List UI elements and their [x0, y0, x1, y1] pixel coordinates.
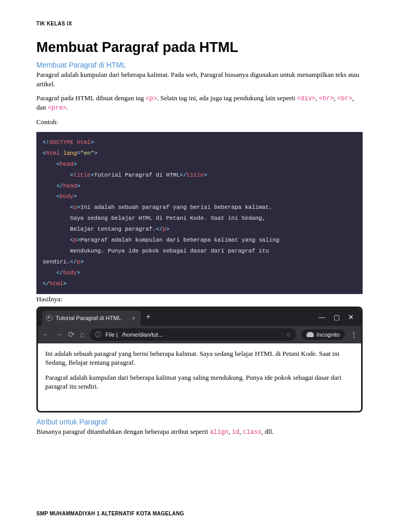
- browser-tab[interactable]: Tutorial Paragraf di HTML ×: [42, 311, 141, 326]
- tag-div: <div>: [297, 95, 315, 102]
- incognito-icon: [307, 332, 314, 337]
- page-title: Membuat Paragraf pada HTML: [36, 39, 363, 56]
- tab-title: Tutorial Paragraf di HTML: [56, 315, 121, 321]
- menu-icon[interactable]: ⋮: [350, 330, 357, 339]
- close-icon[interactable]: ×: [131, 314, 136, 322]
- home-icon[interactable]: ⌂: [80, 330, 85, 339]
- forward-icon[interactable]: →: [55, 330, 63, 339]
- rendered-paragraph-1: Ini adalah sebuah paragraf yang berisi b…: [45, 350, 354, 367]
- result-label: Hasilnya:: [36, 295, 363, 303]
- rendered-paragraph-2: Paragraf adalah kumpulan dari beberapa k…: [45, 374, 354, 391]
- attributes-paragraph: Biasanya paragraf ditambahkan dengan beb…: [36, 427, 363, 436]
- url-path: /home/dian/tut...: [122, 331, 163, 338]
- incognito-badge: Incognito: [301, 329, 345, 340]
- info-icon: ⓘ: [95, 330, 101, 339]
- section-heading-create: Membuat Paragraf di HTML: [36, 61, 363, 69]
- globe-icon: [46, 315, 52, 321]
- attr-id: id: [232, 429, 239, 436]
- minimize-icon[interactable]: —: [318, 313, 325, 321]
- browser-tab-bar: Tutorial Paragraf di HTML × + — ▢ ✕: [38, 308, 361, 326]
- intro-paragraph-2: Paragraf pada HTML dibuat dengan tag <p>…: [36, 94, 363, 112]
- tag-br: <br>: [337, 95, 352, 102]
- document-header: TIK KELAS IX: [36, 21, 363, 26]
- close-window-icon[interactable]: ✕: [348, 313, 354, 321]
- attr-align: align: [210, 429, 229, 436]
- tag-p: <p>: [145, 95, 157, 102]
- tag-pre: <pre>: [48, 104, 66, 112]
- browser-toolbar: ← → ⟳ ⌂ ⓘ File | /home/dian/tut... ☆ Inc…: [38, 326, 361, 343]
- new-tab-button[interactable]: +: [146, 312, 151, 322]
- back-icon[interactable]: ←: [42, 330, 50, 339]
- bookmark-icon[interactable]: ☆: [286, 331, 291, 338]
- address-bar[interactable]: ⓘ File | /home/dian/tut... ☆: [90, 328, 296, 341]
- url-scheme: File |: [105, 331, 118, 338]
- maximize-icon[interactable]: ▢: [334, 313, 340, 321]
- document-footer: SMP MUHAMMADIYAH 1 ALTERNATIF KOTA MAGEL…: [36, 511, 184, 516]
- browser-viewport: Ini adalah sebuah paragraf yang berisi b…: [38, 343, 361, 411]
- attr-class: class: [243, 429, 261, 436]
- reload-icon[interactable]: ⟳: [68, 330, 75, 339]
- tag-hr: <hr>: [319, 95, 334, 102]
- section-heading-attributes: Atribut untuk Paragraf: [36, 418, 363, 426]
- example-label: Contoh:: [36, 117, 363, 127]
- code-example: <!DOCTYPE html> <html lang="en"> <head> …: [36, 132, 363, 294]
- browser-mockup: Tutorial Paragraf di HTML × + — ▢ ✕ ← → …: [36, 307, 363, 413]
- intro-paragraph-1: Paragraf adalah kumpulan dari beberapa k…: [36, 70, 363, 88]
